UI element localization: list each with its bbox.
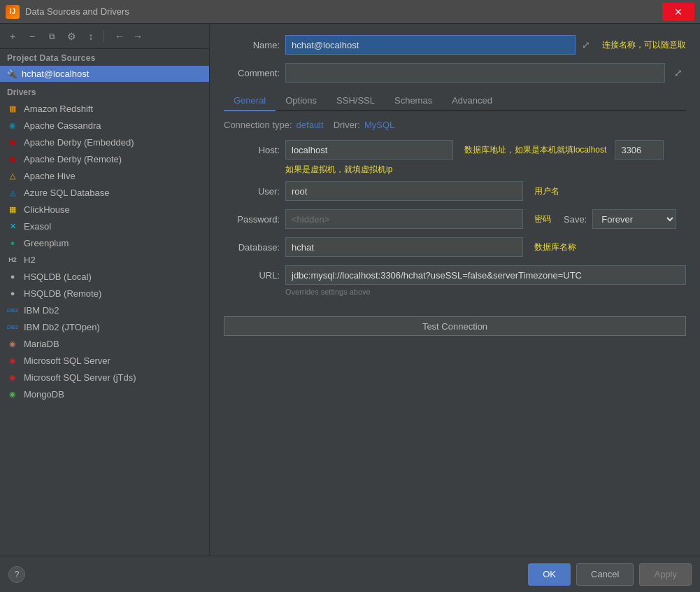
tab-schemas[interactable]: Schemas [385,91,442,111]
driver-icon: ▦ [7,204,18,215]
driver-name: HSQLDB (Local) [24,272,92,282]
driver-greenplum[interactable]: ● Greenplum [0,234,209,251]
driver-hsqldb-remote[interactable]: ● HSQLDB (Remote) [0,285,209,302]
url-row: URL: Overrides settings above [224,265,686,297]
driver-apache-derby-remote[interactable]: ◉ Apache Derby (Remote) [0,150,209,167]
driver-hsqldb-local[interactable]: ● HSQLDB (Local) [0,268,209,285]
tab-sshssl[interactable]: SSH/SSL [327,91,385,111]
driver-icon: ◉ [7,355,18,366]
driver-icon: ◉ [7,136,18,148]
move-button[interactable]: ↕ [83,28,99,45]
driver-icon: ✕ [7,220,18,232]
settings-button[interactable]: ⚙ [63,28,80,45]
password-annotation: 密码 [534,213,551,225]
nav-buttons: ← → [111,28,146,45]
password-input[interactable] [285,209,523,229]
url-input-row: URL: [224,265,686,285]
comment-input[interactable] [285,63,665,83]
driver-icon: ● [7,271,18,282]
driver-icon: △ [7,170,18,181]
url-input[interactable] [285,265,686,285]
database-input[interactable] [285,237,523,257]
driver-icon: DB2 [7,304,18,316]
driver-name: Azure SQL Database [24,188,109,198]
name-label: Name: [224,40,280,50]
password-label: Password: [224,214,280,225]
driver-label: Driver: [334,120,360,130]
database-row: Database: 数据库名称 [224,237,686,257]
driver-name: Apache Cassandra [24,120,101,131]
comment-row: Comment: ⤢ [224,63,686,83]
driver-name: MariaDB [24,339,59,349]
ok-button[interactable]: OK [528,563,571,586]
forward-button[interactable]: → [129,28,146,45]
driver-name: Microsoft SQL Server (jTds) [24,372,136,383]
drivers-label: Drivers [0,82,209,100]
connection-type-value[interactable]: default [297,120,324,130]
driver-azure-sql[interactable]: ◬ Azure SQL Database [0,184,209,201]
host-annotation-row: 如果是虚拟机，就填虚拟机ip [285,164,686,176]
port-input[interactable] [615,140,664,160]
driver-name: IBM Db2 [24,305,59,316]
driver-clickhouse[interactable]: ▦ ClickHouse [0,201,209,218]
driver-mongodb[interactable]: ◉ MongoDB [0,386,209,402]
driver-icon: ◉ [7,338,18,349]
host-input[interactable] [285,140,453,160]
bottom-bar: ? OK Cancel Apply [0,556,700,592]
help-button[interactable]: ? [8,566,25,583]
comment-expand-button[interactable]: ⤢ [671,65,686,80]
user-input[interactable] [285,181,523,201]
driver-icon: ▦ [7,103,18,114]
driver-mariadb[interactable]: ◉ MariaDB [0,335,209,352]
test-connection-button[interactable]: Test Connection [224,316,686,336]
toolbar-separator [103,30,104,43]
back-button[interactable]: ← [111,28,128,45]
driver-name: Microsoft SQL Server [24,355,110,366]
tab-general[interactable]: General [224,91,276,111]
driver-name: Exasol [24,221,51,232]
host-label: Host: [224,145,280,155]
apply-button[interactable]: Apply [639,563,692,586]
right-panel: Name: ⤢ 连接名称，可以随意取 Comment: ⤢ General Op… [210,24,700,556]
save-label: Save: [564,214,587,225]
project-label: Project Data Sources [0,49,209,66]
driver-name: H2 [24,255,36,265]
tab-options[interactable]: Options [276,91,327,111]
driver-apache-cassandra[interactable]: ◉ Apache Cassandra [0,117,209,134]
driver-exasol[interactable]: ✕ Exasol [0,218,209,234]
driver-icon: ● [7,237,18,248]
close-button[interactable]: ✕ [662,3,694,21]
driver-mssql-jtds[interactable]: ◉ Microsoft SQL Server (jTds) [0,369,209,386]
driver-h2[interactable]: H2 H2 [0,251,209,268]
driver-ibm-db2[interactable]: DB2 IBM Db2 [0,302,209,318]
add-button[interactable]: + [4,28,21,45]
project-item-hchat[interactable]: 🔌 hchat@localhost [0,66,209,82]
driver-icon: ◉ [7,388,18,400]
db-icon: 🔌 [7,69,17,79]
overrides-row: Overrides settings above [285,286,371,297]
comment-label: Comment: [224,68,280,78]
name-row: Name: ⤢ 连接名称，可以随意取 [224,35,686,55]
driver-mssql[interactable]: ◉ Microsoft SQL Server [0,352,209,369]
sidebar-toolbar: + − ⧉ ⚙ ↕ ← → [0,24,209,49]
database-label: Database: [224,242,280,253]
driver-ibm-db2-jtopen[interactable]: DB2 IBM Db2 (JTOpen) [0,318,209,335]
database-annotation: 数据库名称 [534,241,576,253]
driver-name: HSQLDB (Remote) [24,288,101,299]
save-select[interactable]: Forever Until restart Never [592,209,676,229]
name-input[interactable] [285,35,576,55]
driver-apache-hive[interactable]: △ Apache Hive [0,167,209,184]
driver-apache-derby-embedded[interactable]: ◉ Apache Derby (Embedded) [0,134,209,150]
expand-button[interactable]: ⤢ [581,37,591,52]
copy-button[interactable]: ⧉ [43,28,60,45]
remove-button[interactable]: − [24,28,41,45]
driver-name: Apache Derby (Remote) [24,154,122,164]
title-bar-left: IJ Data Sources and Drivers [6,5,129,19]
cancel-button[interactable]: Cancel [576,563,634,586]
driver-value[interactable]: MySQL [364,120,394,130]
driver-amazon-redshift[interactable]: ▦ Amazon Redshift [0,100,209,117]
driver-icon: ◉ [7,372,18,383]
driver-name: MongoDB [24,389,64,400]
tab-advanced[interactable]: Advanced [442,91,502,111]
project-item-label: hchat@localhost [22,69,89,79]
